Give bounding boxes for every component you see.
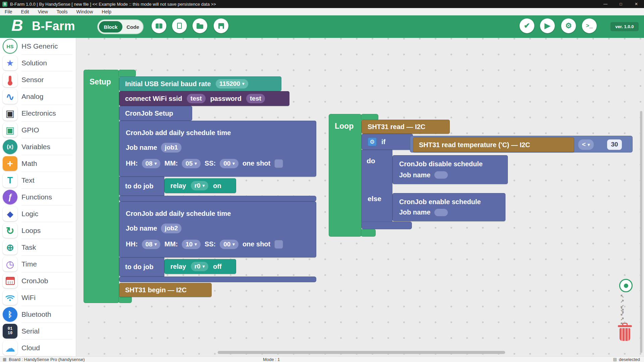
blockly-workspace[interactable]: Setup Initial USB Serial baud rate 11520… [76,38,644,356]
calendar-shape [6,277,15,285]
function-icon: ƒ [3,190,17,204]
sidebar-item-solution[interactable]: ★ Solution [0,55,76,71]
cron1-mm-dropdown[interactable]: 05▾ [182,159,201,169]
sidebar-item-cronjob[interactable]: CronJob [0,273,76,289]
sidebar-item-logic[interactable]: ◆ Logic [0,205,76,222]
horizontal-scrollbar[interactable] [218,351,505,354]
menu-window[interactable]: Window [76,9,93,14]
menu-file[interactable]: File [5,9,12,14]
cron1-ss-dropdown[interactable]: 00▾ [220,159,238,169]
sht31-read-label: SHT31 read — I2C [368,123,425,131]
connect-wifi-block[interactable]: connect WiFi ssid test password test [119,91,289,106]
trash-icon[interactable] [615,323,634,342]
block-code-toggle[interactable]: Block Code [97,19,144,34]
cron2-job-name-field[interactable]: job2 [161,224,181,233]
sht31-read-temperature-block[interactable]: SHT31 read temperature ('C) — I2C [413,137,574,152]
sidebar-item-math[interactable]: + Math [0,155,76,172]
cron2-ss-dropdown[interactable]: 00▾ [220,240,238,249]
wifi-ssid-field[interactable]: test [187,94,206,104]
toggle-block-option[interactable]: Block [99,21,122,33]
setup-block[interactable] [84,70,119,303]
cron1-hh-dropdown[interactable]: 08▾ [142,159,161,169]
save-button[interactable] [214,18,228,33]
sidebar-item-label: Time [21,256,72,273]
upload-run-button[interactable]: ▶ [540,18,555,33]
sidebar-item-label: CronJob [21,273,72,289]
terminal-button[interactable]: >_ [582,18,597,33]
sidebar-item-text[interactable]: T Text [0,172,76,189]
if-label: if [381,138,385,146]
cron2-hh-value: 08 [146,241,153,248]
cloud-icon: ☁ [3,341,17,355]
sidebar-item-variables[interactable]: (x) Variables [0,138,76,155]
close-button[interactable]: ✕ [629,0,644,8]
relay-on-block[interactable]: relay r0▾ on [164,178,236,193]
settings-button[interactable]: ⚙ [561,18,576,33]
relay1-channel-dropdown[interactable]: r0▾ [191,181,209,191]
compare-operator-dropdown[interactable]: < ▾ [578,139,594,150]
sidebar-item-gpio[interactable]: ▣ GPIO [0,122,76,138]
cron2-todo-label: to do job [125,263,153,271]
sidebar-item-electronics[interactable]: ▣ Electronics [0,105,76,122]
bfarm-logo-icon: B [11,16,23,35]
app-window: B B-Farm 1.0.0 | By HandySense [ new fil… [0,0,644,362]
new-file-button[interactable] [172,18,187,33]
cron-disable-job-field[interactable] [434,171,448,179]
toggle-code-option[interactable]: Code [123,21,142,33]
menu-help[interactable]: Help [102,9,111,14]
sidebar-item-bluetooth[interactable]: ᛒ Bluetooth [0,306,76,323]
loop-block[interactable] [329,114,362,237]
cronjob-disable-block[interactable]: CronJob disable schedule Job name [392,155,508,184]
play-icon: ▶ [545,22,550,29]
maximize-button[interactable]: □ [613,0,629,8]
sidebar-item-time[interactable]: ◷ Time [0,256,76,273]
board-status: ▦ Board : HandySense Pro (handysense) [3,357,85,362]
cron2-one-shot-checkbox[interactable] [274,240,283,249]
sidebar-item-functions[interactable]: ƒ Functions [0,189,76,205]
mutator-gear-icon[interactable]: ⚙ [368,137,377,146]
baud-rate-dropdown[interactable]: 115200 ▾ [216,79,248,89]
sht31-read-block[interactable]: SHT31 read — I2C [362,120,450,134]
menu-view[interactable]: View [38,9,48,14]
relay-off-block[interactable]: relay r0▾ off [164,259,236,274]
example-button[interactable] [152,18,166,33]
sidebar-item-task[interactable]: ⊕ Task [0,239,76,256]
cron1-one-shot-checkbox[interactable] [274,159,283,168]
menu-tools[interactable]: Tools [57,9,68,14]
cron-enable-job-field[interactable] [434,209,448,216]
cronjob-add-schedule-block-1[interactable]: CronJob add daily schedule time Job name… [119,121,316,177]
trash-body [620,328,630,341]
cronjob-add-schedule-block-2[interactable]: CronJob add daily schedule time Job name… [119,201,316,257]
wifi-password-field[interactable]: test [246,94,265,104]
cronjob-setup-block[interactable]: CronJob Setup [119,106,192,121]
cron-disable-job-label: Job name [399,171,430,179]
minimize-button[interactable]: — [598,0,613,8]
open-file-button[interactable] [193,18,207,33]
zoom-out-icon[interactable]: ↘ ↙ ↗ ↖ [620,310,632,322]
sidebar-item-label: Task [21,239,72,256]
vertical-scrollbar[interactable] [640,111,642,353]
sidebar-item-serial[interactable]: 01 10 Serial [0,323,76,340]
cron1-job-name-field[interactable]: job1 [161,143,181,153]
cronjob-enable-block[interactable]: CronJob enable schedule Job name [392,193,505,221]
sht31-begin-block[interactable]: SHT31 begin — I2C [119,283,212,297]
compare-number-field[interactable]: 30 [607,139,622,150]
cron2-bottom-strip [119,277,316,282]
sidebar-item-hs-generic[interactable]: HS HS Generic [0,38,76,55]
cron2-mm-dropdown[interactable]: 10▾ [182,240,201,249]
sidebar-item-sensor[interactable]: Sensor [0,71,76,88]
center-view-icon[interactable] [619,279,633,292]
sidebar-item-cloud[interactable]: ☁ Cloud [0,340,76,356]
verify-button[interactable]: ✔ [520,18,534,33]
sidebar-item-wifi[interactable]: WiFi [0,289,76,306]
menu-edit[interactable]: Edit [21,9,29,14]
menu-bar: File Edit View Tools Window Help [0,8,644,15]
sidebar-item-analog[interactable]: ∿ Analog [0,88,76,105]
sidebar-item-loops[interactable]: ↻ Loops [0,222,76,239]
init-baud-rate-block[interactable]: Initial USB Serial baud rate 115200 ▾ [119,76,281,91]
gpio-chip-icon: ▣ [3,123,17,137]
relay2-channel-dropdown[interactable]: r0▾ [191,262,209,272]
cron2-hh-dropdown[interactable]: 08▾ [142,240,161,249]
cron1-job-value: job1 [165,144,178,152]
if-block-header[interactable]: ⚙ if [362,134,413,150]
